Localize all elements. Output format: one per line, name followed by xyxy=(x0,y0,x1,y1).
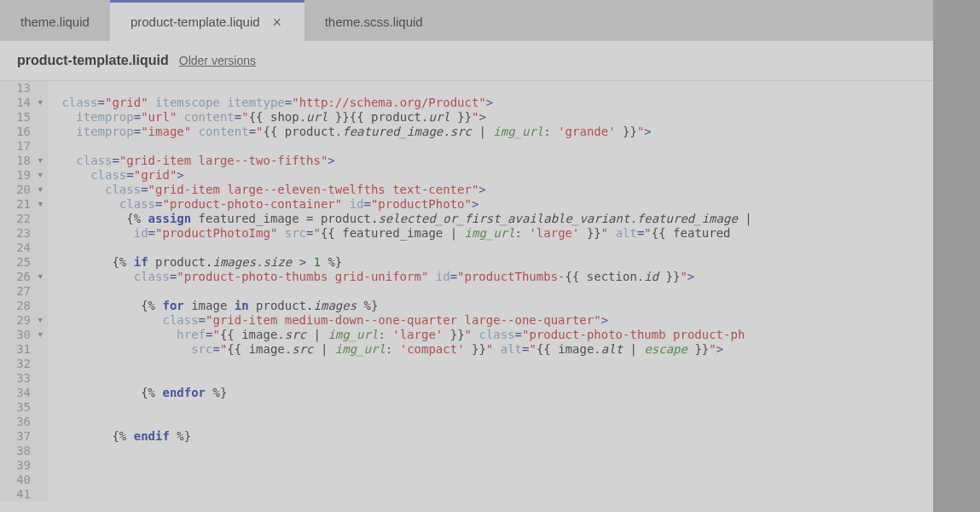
gutter-line: 31 xyxy=(10,342,43,357)
tab-bar: theme.liquid product-template.liquid × t… xyxy=(0,0,933,41)
gutter-line: 15 xyxy=(10,110,43,125)
gutter-line: 21▼ xyxy=(10,197,43,212)
tab-product-template-liquid[interactable]: product-template.liquid × xyxy=(110,0,304,41)
gutter-line: 18▼ xyxy=(10,154,43,168)
fold-arrow-icon[interactable]: ▼ xyxy=(34,154,43,168)
gutter-line: 19▼ xyxy=(10,168,43,183)
code-line[interactable]: itemprop="url" content="{{ shop.url }}{{… xyxy=(55,110,933,125)
code-line[interactable]: {% for image in product.images %} xyxy=(55,299,933,313)
gutter-line: 14▼ xyxy=(10,96,43,110)
code-line[interactable] xyxy=(55,458,933,473)
fold-arrow-icon[interactable]: ▼ xyxy=(34,96,43,110)
older-versions-link[interactable]: Older versions xyxy=(179,54,256,67)
code-line[interactable]: class="product-photo-thumbs grid-uniform… xyxy=(55,270,933,284)
gutter-line: 20▼ xyxy=(10,183,43,197)
tab-theme-liquid[interactable]: theme.liquid xyxy=(0,0,110,41)
gutter-line: 39 xyxy=(10,458,43,473)
gutter-line: 32 xyxy=(10,357,43,371)
code-line[interactable] xyxy=(55,400,933,415)
code-line[interactable] xyxy=(55,444,933,458)
fold-arrow-icon[interactable]: ▼ xyxy=(34,313,43,328)
code-line[interactable]: class="product-photo-container" id="prod… xyxy=(55,197,933,212)
code-line[interactable]: class="grid" itemscope itemtype="http://… xyxy=(55,96,933,110)
code-line[interactable]: class="grid-item large--eleven-twelfths … xyxy=(55,183,933,197)
gutter-line: 29▼ xyxy=(10,313,43,328)
file-title: product-template.liquid xyxy=(17,53,169,68)
code-line[interactable]: {% endfor %} xyxy=(55,386,933,400)
code-line[interactable] xyxy=(55,487,933,502)
gutter-line: 16 xyxy=(10,125,43,139)
code-line[interactable]: class="grid-item medium-down--one-quarte… xyxy=(55,313,933,328)
code-line[interactable]: class="grid"> xyxy=(55,168,933,183)
tab-label: theme.liquid xyxy=(20,15,90,29)
code-line[interactable] xyxy=(55,473,933,487)
tab-label: product-template.liquid xyxy=(130,15,260,29)
fold-arrow-icon[interactable]: ▼ xyxy=(34,328,43,342)
code-content[interactable]: class="grid" itemscope itemtype="http://… xyxy=(48,81,933,502)
code-line[interactable]: src="{{ image.src | img_url: 'compact' }… xyxy=(55,342,933,357)
gutter-line: 25 xyxy=(10,255,43,270)
gutter-line: 28 xyxy=(10,299,43,313)
fold-arrow-icon[interactable]: ▼ xyxy=(34,270,43,284)
tab-theme-scss-liquid[interactable]: theme.scss.liquid xyxy=(304,0,444,41)
gutter-line: 27 xyxy=(10,284,43,299)
code-line[interactable] xyxy=(55,241,933,255)
code-line[interactable] xyxy=(55,284,933,299)
breadcrumb: product-template.liquid Older versions xyxy=(0,41,933,81)
gutter-line: 33 xyxy=(10,371,43,386)
gutter-line: 35 xyxy=(10,400,43,415)
code-line[interactable] xyxy=(55,139,933,154)
code-line[interactable] xyxy=(55,357,933,371)
code-line[interactable]: class="grid-item large--two-fifths"> xyxy=(55,154,933,168)
fold-arrow-icon[interactable]: ▼ xyxy=(34,168,43,183)
line-gutter: 1314▼15161718▼19▼20▼21▼2223242526▼272829… xyxy=(0,81,48,502)
code-editor: theme.liquid product-template.liquid × t… xyxy=(0,0,933,512)
fold-arrow-icon[interactable]: ▼ xyxy=(34,197,43,212)
gutter-line: 40 xyxy=(10,473,43,487)
gutter-line: 41 xyxy=(10,487,43,502)
gutter-line: 17 xyxy=(10,139,43,154)
gutter-line: 22 xyxy=(10,212,43,226)
gutter-line: 24 xyxy=(10,241,43,255)
gutter-line: 30▼ xyxy=(10,328,43,342)
fold-arrow-icon[interactable]: ▼ xyxy=(34,183,43,197)
code-line[interactable]: {% assign featured_image = product.selec… xyxy=(55,212,933,226)
code-line[interactable]: {% if product.images.size > 1 %} xyxy=(55,255,933,270)
gutter-line: 38 xyxy=(10,444,43,458)
code-line[interactable] xyxy=(55,371,933,386)
code-line[interactable]: id="productPhotoImg" src="{{ featured_im… xyxy=(55,226,933,241)
gutter-line: 36 xyxy=(10,415,43,429)
code-line[interactable] xyxy=(55,415,933,429)
code-line[interactable]: {% endif %} xyxy=(55,429,933,444)
code-area[interactable]: 1314▼15161718▼19▼20▼21▼2223242526▼272829… xyxy=(0,81,933,502)
gutter-line: 23 xyxy=(10,226,43,241)
gutter-line: 26▼ xyxy=(10,270,43,284)
gutter-line: 13 xyxy=(10,81,43,96)
gutter-line: 37 xyxy=(10,429,43,444)
code-line[interactable]: href="{{ image.src | img_url: 'large' }}… xyxy=(55,328,933,342)
gutter-line: 34 xyxy=(10,386,43,400)
tab-label: theme.scss.liquid xyxy=(325,15,423,29)
close-icon[interactable]: × xyxy=(270,15,284,29)
code-line[interactable]: itemprop="image" content="{{ product.fea… xyxy=(55,125,933,139)
code-line[interactable] xyxy=(55,81,933,96)
